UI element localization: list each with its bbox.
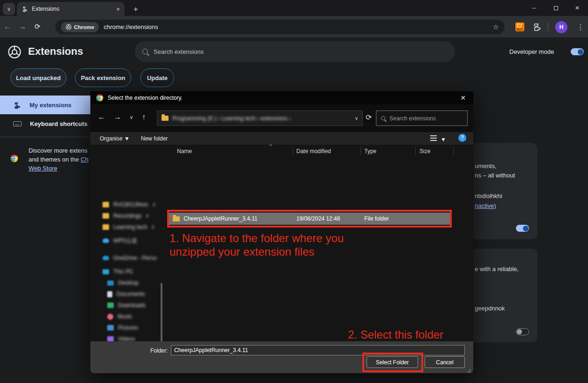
browser-menu-icon[interactable]: ⋮ — [575, 22, 586, 33]
web-store-link[interactable]: Ch — [81, 156, 88, 163]
documents-icon — [107, 291, 112, 297]
extension-card: uments, ns – all without nbdlolhkhi nact… — [472, 143, 537, 239]
tree-item[interactable]: Music — [107, 311, 182, 322]
extensions-puzzle-icon[interactable] — [533, 22, 541, 31]
sidebar-divider — [0, 137, 90, 137]
breadcrumb-dropdown-icon[interactable]: ∨ — [355, 116, 358, 121]
nav-forward-icon[interactable]: → — [114, 113, 121, 121]
window-controls: ─ ✕ — [523, 0, 588, 16]
web-store-link[interactable]: Web Store — [29, 165, 57, 172]
tree-item[interactable]: Learning tech# — [103, 221, 177, 233]
profile-avatar[interactable]: H — [555, 21, 567, 33]
chrome-chip: Chrome — [61, 22, 99, 32]
folder-icon — [103, 213, 109, 219]
tab-search-button[interactable]: ∨ — [3, 3, 15, 15]
help-icon[interactable]: ? — [458, 134, 466, 142]
cloud-icon — [103, 238, 109, 243]
pack-extension-button[interactable]: Pack extension — [75, 68, 131, 87]
chevron-down-icon: ▼ — [124, 135, 130, 142]
column-header-size[interactable]: Size — [419, 148, 430, 155]
folder-field-label: Folder: — [150, 347, 168, 354]
tab-extensions[interactable]: Extensions × — [17, 2, 125, 16]
pin-icon: # — [146, 214, 149, 219]
sidebar-label: My extensions — [29, 102, 72, 109]
tree-item[interactable]: Recordings# — [103, 210, 177, 221]
developer-mode-toggle[interactable] — [571, 48, 584, 55]
new-folder-button[interactable]: New folder — [141, 135, 168, 142]
chrome-outline-icon — [66, 24, 72, 30]
pin-icon: # — [152, 225, 154, 230]
select-directory-dialog: Select the extension directory. ✕ ← → ∨ … — [90, 91, 473, 373]
folder-icon — [162, 116, 169, 121]
pin-icon: # — [153, 202, 155, 207]
resize-grip[interactable] — [470, 369, 470, 370]
annotation-step1: 1. Navigate to the folder where you unzi… — [169, 231, 344, 258]
organise-menu[interactable]: Organise ▼ — [100, 135, 130, 142]
back-icon[interactable]: ← — [0, 22, 15, 31]
pictures-icon — [107, 325, 114, 331]
downloads-icon — [107, 302, 114, 308]
folder-icon — [103, 224, 109, 230]
maximize-icon[interactable] — [545, 0, 566, 16]
load-unpacked-button[interactable]: Load unpacked — [10, 68, 66, 87]
tree-item[interactable]: This PC — [103, 266, 177, 277]
tree-item[interactable]: Desktop — [107, 277, 182, 288]
search-placeholder: Search extensions — [154, 48, 204, 55]
puzzle-icon — [13, 101, 21, 109]
sidebar-item-keyboard-shortcuts[interactable]: Keyboard shortcuts — [0, 114, 90, 133]
view-mode-chevron-icon[interactable]: ▼ — [441, 136, 446, 143]
nav-back-icon[interactable]: ← — [98, 113, 105, 121]
tree-item[interactable]: Documents — [107, 288, 182, 300]
toolbar-divider — [548, 22, 548, 31]
tree-item[interactable]: Downloads — [107, 300, 182, 311]
extension-toggle[interactable] — [516, 328, 529, 335]
update-button[interactable]: Update — [140, 68, 174, 87]
refresh-icon[interactable]: ⟳ — [366, 113, 372, 122]
forward-icon[interactable]: → — [15, 22, 30, 31]
puzzle-favicon — [22, 6, 28, 12]
dialog-title-bar[interactable]: Select the extension directory. ✕ — [90, 91, 473, 104]
jnlp-extension-icon[interactable]: JNLP — [515, 22, 524, 31]
dialog-close-icon[interactable]: ✕ — [460, 94, 468, 102]
dialog-search-input[interactable]: Search extensions — [376, 110, 468, 126]
view-mode-icon[interactable] — [430, 135, 437, 141]
nav-recent-chevron-icon[interactable]: ∨ — [130, 115, 133, 120]
desktop-icon — [107, 280, 114, 286]
cancel-button[interactable]: Cancel — [425, 356, 465, 368]
breadcrumb[interactable]: Programming (E:) › Learning tech › exten… — [157, 110, 363, 126]
column-header-type[interactable]: Type — [364, 148, 376, 155]
sidebar-item-my-extensions[interactable]: My extensions — [0, 96, 90, 114]
page-title: Extensions — [28, 45, 83, 58]
tree-item[interactable]: Pictures — [107, 322, 182, 333]
bookmark-star-icon[interactable]: ☆ — [493, 23, 499, 31]
window-close-icon[interactable]: ✕ — [566, 0, 588, 16]
search-icon — [142, 49, 148, 54]
tab-close-icon[interactable]: × — [116, 6, 120, 13]
music-icon — [107, 314, 113, 320]
cloud-icon — [103, 256, 109, 260]
dialog-nav-bar: ← → ∨ ↑ Programming (E:) › Learning tech… — [90, 104, 473, 132]
tree-item[interactable]: WPS云盘 — [103, 235, 177, 246]
column-header-date[interactable]: Date modified — [296, 148, 331, 155]
url-text: chrome://extensions — [103, 23, 488, 30]
pc-icon — [103, 269, 109, 274]
nav-up-icon[interactable]: ↑ — [142, 113, 146, 121]
tree-item[interactable]: OneDrive - Perso — [103, 252, 177, 264]
search-icon — [381, 116, 385, 120]
extension-card: e with a reliable, geepdnnok — [472, 249, 537, 342]
minimize-icon[interactable]: ─ — [523, 0, 545, 16]
extensions-search-input[interactable]: Search extensions — [135, 41, 455, 62]
chrome-icon — [96, 94, 103, 102]
reload-icon[interactable]: ⟳ — [30, 22, 45, 31]
address-bar[interactable]: Chrome chrome://extensions ☆ — [55, 20, 505, 34]
inspect-views-link[interactable]: nactive) — [475, 202, 496, 209]
new-tab-button[interactable]: + — [130, 4, 141, 15]
breadcrumb-path: Programming (E:) › Learning tech › exten… — [172, 115, 351, 122]
dialog-title: Select the extension directory. — [108, 95, 456, 101]
tree-item[interactable]: RVC8013Nvic# — [103, 199, 177, 210]
annotation-box-select-folder — [362, 353, 423, 372]
column-header-name[interactable]: Name — [177, 148, 192, 155]
web-store-blurb: Discover more extens and themes on the C… — [29, 146, 92, 173]
extension-toggle[interactable] — [516, 225, 529, 232]
web-store-icon — [10, 155, 18, 162]
